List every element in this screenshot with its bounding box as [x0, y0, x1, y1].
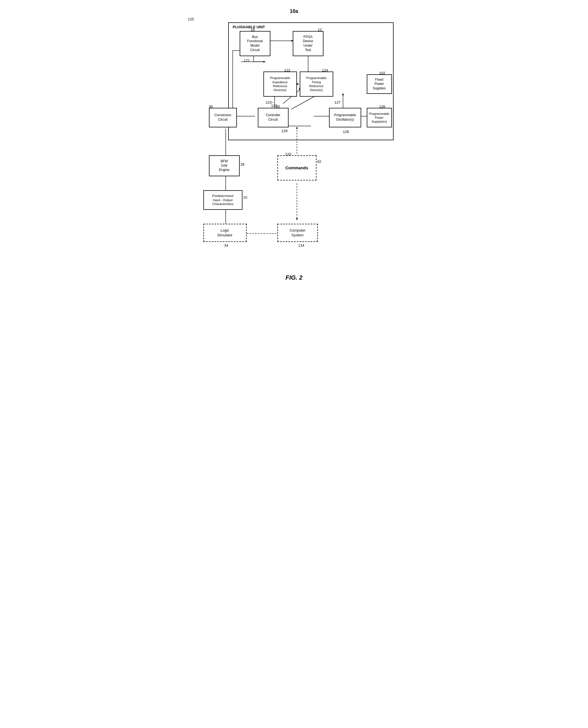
bfm-sw-engine-box: BFM S/W Engine [209, 155, 240, 176]
ref-28: 28 [240, 162, 245, 166]
ref-16: 16 [251, 28, 255, 32]
ref-92: 92 [317, 160, 321, 164]
predetermined-box: Predetermined Input - Output Characteris… [203, 190, 243, 210]
svg-line-14 [291, 95, 316, 109]
ref-128: 128 [343, 130, 349, 134]
ref-120: 120 [271, 104, 277, 108]
fixed-power-supplies-box: Fixed Power Supplies [367, 74, 392, 94]
ref-124: 124 [322, 68, 328, 72]
prog-impedance-box: Programmable Impedance Reference Device(… [264, 71, 297, 97]
logic-simulator-box: Logic Simulator [203, 224, 247, 242]
prog-timing-box: Programmable Timing Reference Device(s) [300, 71, 333, 97]
diagram-area: PLUGGABLE UNIT [188, 17, 400, 268]
svg-marker-35 [296, 218, 298, 221]
ref-30: 30 [209, 104, 213, 109]
fig-caption: FIG. 2 [188, 274, 400, 281]
ref-134: 134 [298, 243, 304, 248]
ref-122: 122 [285, 68, 291, 72]
fpga-device-box: FPGA Device Under Test [293, 31, 323, 56]
ref-125: 125 [188, 17, 194, 21]
ref-12: 12 [318, 28, 322, 32]
ref-102: 102 [379, 71, 385, 75]
computer-system-box: Computer System [277, 224, 318, 242]
ref-121: 121 [244, 58, 250, 63]
prog-power-supply-box: Programmable Power Supply(ies) [367, 108, 392, 127]
bus-functional-model-box: Bus Functional Model Circuit [240, 31, 270, 56]
svg-marker-11 [297, 83, 299, 85]
ref-129: 129 [281, 129, 288, 133]
ref-34: 34 [224, 243, 228, 248]
svg-text:PLUGGABLE UNIT: PLUGGABLE UNIT [233, 25, 265, 29]
svg-marker-9 [264, 61, 266, 63]
svg-marker-37 [296, 127, 298, 129]
ref-126: 126 [379, 104, 385, 109]
prog-oscillators-box: Programmable Oscillator(s) [329, 108, 361, 127]
ref-10: 10 [243, 195, 247, 200]
commands-box: Commands [277, 155, 316, 181]
page-container: 10a PLUGGABLE UNIT [188, 5, 400, 281]
conversion-circuit-box: Conversion Circuit [209, 108, 237, 127]
svg-marker-21 [342, 93, 344, 95]
ref-127: 127 [335, 100, 341, 104]
ref-110: 110 [285, 152, 291, 156]
diagram-title: 10a [188, 8, 400, 14]
controller-circuit-box: Controller Circuit [258, 108, 289, 127]
